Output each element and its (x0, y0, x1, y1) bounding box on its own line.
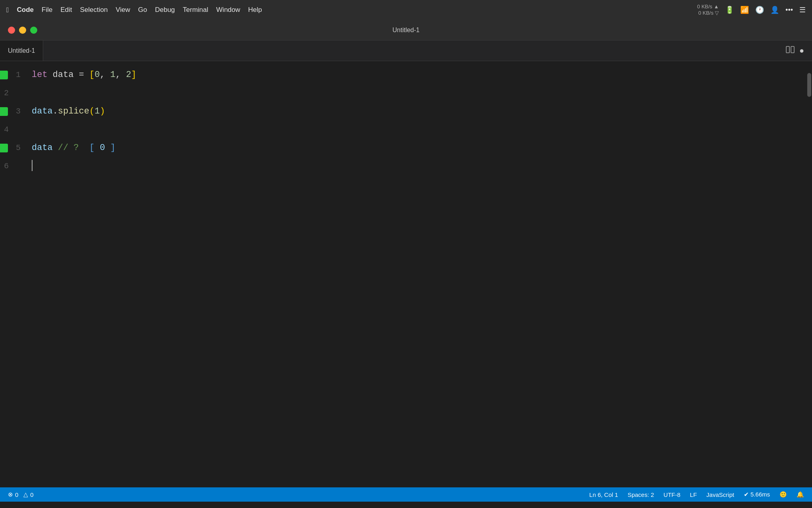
warning-count: 0 (30, 491, 33, 498)
run-indicator-1 (0, 71, 8, 79)
spaces-status[interactable]: Spaces: 2 (628, 491, 654, 498)
token-result-close: ] (110, 139, 115, 157)
apple-icon[interactable]:  (6, 6, 9, 14)
token-splice: splice (58, 102, 89, 121)
svg-rect-1 (791, 46, 794, 53)
smiley-icon[interactable]: 🙂 (779, 491, 787, 498)
errors-status[interactable]: ⊗ 0 △ 0 (8, 491, 34, 498)
token-space3 (53, 139, 58, 157)
menu-item-terminal[interactable]: Terminal (183, 6, 208, 14)
token-close-paren: ) (100, 102, 105, 121)
run-indicator-5 (0, 144, 8, 152)
line-gutter-3: 3 (0, 102, 21, 121)
user-icon: 👤 (770, 6, 779, 14)
line-number-1: 1 (11, 66, 21, 84)
scrollbar-thumb[interactable] (807, 73, 811, 97)
menu-item-debug[interactable]: Debug (155, 6, 175, 14)
code-line-1: let data = [0, 1, 2] (32, 66, 806, 84)
token-dot: . (53, 102, 58, 121)
token-result-num: 0 (94, 139, 110, 157)
network-status: 0 KB/s ▲0 KB/s ▽ (697, 4, 719, 16)
token-0: 0 (94, 66, 100, 84)
language-status[interactable]: JavaScript (707, 491, 734, 498)
tab-bar: Untitled-1 ● (0, 40, 812, 61)
close-button[interactable] (8, 27, 15, 34)
token-data1: data (32, 102, 53, 121)
menu-item-window[interactable]: Window (216, 6, 240, 14)
token-space4 (79, 139, 89, 157)
error-icon: ⊗ (8, 491, 13, 498)
status-bar: ⊗ 0 △ 0 Ln 6, Col 1 Spaces: 2 UTF-8 LF J… (0, 487, 812, 502)
cursor (32, 160, 33, 171)
code-line-2 (32, 84, 806, 102)
token-let: let (32, 66, 48, 84)
tab-actions: ● (786, 46, 812, 55)
line-number-2: 2 (0, 84, 9, 102)
menu-bar:  Code File Edit Selection View Go Debug… (0, 0, 812, 20)
title-bar: Untitled-1 (0, 20, 812, 40)
svg-rect-0 (786, 46, 789, 53)
menu-item-go[interactable]: Go (138, 6, 147, 14)
line-gutter-2: 2 (0, 84, 21, 102)
token-open-bracket: [ (89, 66, 94, 84)
code-line-6 (32, 157, 806, 175)
status-bar-left: ⊗ 0 △ 0 (8, 491, 34, 498)
line-number-4: 4 (0, 121, 9, 139)
code-editor[interactable]: 1 2 3 4 5 6 (0, 61, 812, 487)
dots-icon[interactable]: ••• (785, 6, 793, 14)
window-title: Untitled-1 (393, 27, 419, 34)
eol-status[interactable]: LF (690, 491, 697, 498)
code-line-4 (32, 121, 806, 139)
line-number-5: 5 (11, 139, 21, 157)
line-gutter-5: 5 (0, 139, 21, 157)
line-gutter-6: 6 (0, 157, 21, 175)
menu-item-view[interactable]: View (116, 6, 130, 14)
token-space1: data (48, 66, 79, 84)
wifi-icon: 📶 (740, 6, 749, 14)
cursor-position[interactable]: Ln 6, Col 1 (589, 491, 618, 498)
list-icon[interactable]: ☰ (799, 6, 806, 14)
token-eq: = (79, 66, 84, 84)
tab-label: Untitled-1 (8, 47, 35, 54)
line-number-6: 6 (0, 157, 9, 175)
line-gutter-area: 1 2 3 4 5 6 (0, 61, 24, 487)
menu-item-code[interactable]: Code (17, 6, 34, 14)
run-indicator-3 (0, 107, 8, 116)
encoding-status[interactable]: UTF-8 (664, 491, 681, 498)
token-arg1: 1 (94, 102, 100, 121)
code-line-3: data.splice(1) (32, 102, 806, 121)
line-gutter-1: 1 (0, 66, 21, 84)
menu-item-edit[interactable]: Edit (60, 6, 72, 14)
code-content[interactable]: let data = [0, 1, 2] data.splice(1) data… (24, 61, 806, 487)
window-controls (8, 27, 37, 34)
minimize-button[interactable] (19, 27, 26, 34)
menu-bar-left:  Code File Edit Selection View Go Debug… (6, 6, 262, 14)
line-gutter-4: 4 (0, 121, 21, 139)
token-result-open: [ (89, 139, 94, 157)
token-open-paren: ( (89, 102, 94, 121)
token-comment: // ? (58, 139, 79, 157)
token-2: 2 (126, 66, 131, 84)
menu-item-help[interactable]: Help (248, 6, 262, 14)
maximize-button[interactable] (30, 27, 37, 34)
battery-icon: 🔋 (725, 6, 734, 14)
editor-tab[interactable]: Untitled-1 (0, 40, 43, 61)
scrollbar[interactable] (806, 61, 812, 487)
dot-icon: ● (799, 46, 804, 55)
menu-item-file[interactable]: File (42, 6, 52, 14)
editor-container: Untitled-1 ● 1 2 (0, 40, 812, 487)
line-number-3: 3 (11, 102, 21, 121)
menu-bar-right: 0 KB/s ▲0 KB/s ▽ 🔋 📶 🕐 👤 ••• ☰ (697, 4, 806, 16)
split-editor-icon[interactable] (786, 46, 795, 55)
error-count: 0 (15, 491, 18, 498)
token-comma2: , (115, 66, 126, 84)
clock-icon: 🕐 (755, 6, 764, 14)
bell-icon[interactable]: 🔔 (797, 491, 804, 498)
warning-icon: △ (23, 491, 28, 498)
timing-status: ✔ 5.66ms (744, 491, 770, 498)
menu-item-selection[interactable]: Selection (80, 6, 108, 14)
status-bar-right: Ln 6, Col 1 Spaces: 2 UTF-8 LF JavaScrip… (589, 491, 804, 498)
token-comma1: , (100, 66, 110, 84)
token-close-bracket: ] (131, 66, 136, 84)
code-line-5: data // ? [ 0 ] (32, 139, 806, 157)
